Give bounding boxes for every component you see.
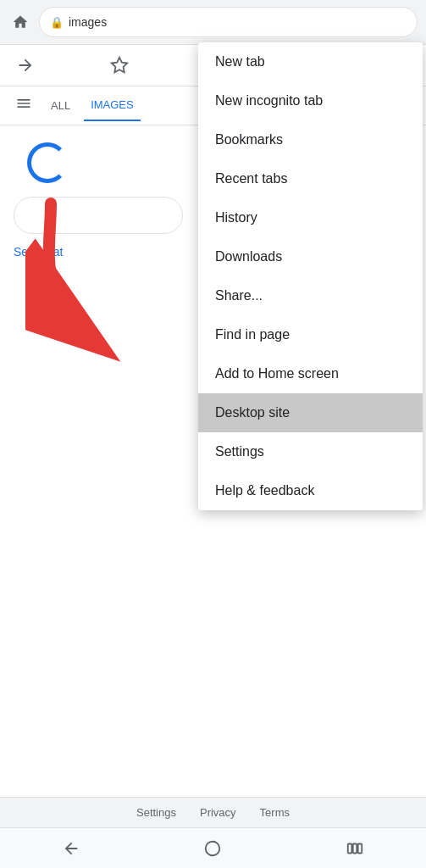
bookmark-button[interactable]: [104, 50, 135, 81]
google-logo-partial: [27, 142, 68, 183]
home-button[interactable]: [8, 10, 32, 34]
tab-all[interactable]: ALL: [44, 91, 77, 120]
svg-marker-0: [112, 58, 127, 72]
bottom-links: Settings Privacy Terms: [0, 797, 426, 827]
svg-point-5: [206, 841, 220, 855]
back-button[interactable]: [62, 839, 80, 858]
menu-desktop-site[interactable]: Desktop site: [198, 393, 423, 432]
menu-history[interactable]: History: [198, 198, 423, 237]
address-bar[interactable]: 🔒 images: [39, 7, 418, 37]
recent-apps-button[interactable]: [346, 839, 364, 858]
dropdown-menu: New tab New incognito tab Bookmarks Rece…: [198, 42, 423, 510]
menu-settings[interactable]: Settings: [198, 432, 423, 471]
menu-help-feedback[interactable]: Help & feedback: [198, 471, 423, 510]
forward-button[interactable]: [10, 50, 41, 81]
svg-rect-8: [358, 843, 362, 853]
menu-add-to-home[interactable]: Add to Home screen: [198, 354, 423, 393]
menu-find-in-page[interactable]: Find in page: [198, 315, 423, 354]
menu-downloads[interactable]: Downloads: [198, 237, 423, 276]
privacy-link[interactable]: Privacy: [200, 806, 236, 819]
tab-images[interactable]: IMAGES: [84, 90, 141, 121]
lock-icon: 🔒: [50, 16, 64, 29]
menu-recent-tabs[interactable]: Recent tabs: [198, 159, 423, 198]
settings-link[interactable]: Settings: [136, 806, 176, 819]
menu-share[interactable]: Share...: [198, 276, 423, 315]
hamburger-menu[interactable]: [10, 86, 37, 125]
svg-rect-7: [353, 843, 357, 853]
menu-new-incognito-tab[interactable]: New incognito tab: [198, 81, 423, 120]
home-nav-button[interactable]: [203, 839, 222, 858]
nav-bar: [0, 827, 426, 868]
menu-bookmarks[interactable]: Bookmarks: [198, 120, 423, 159]
terms-link[interactable]: Terms: [260, 806, 290, 819]
browser-chrome: 🔒 images: [0, 0, 426, 45]
red-arrow: [25, 186, 161, 368]
address-text: images: [69, 15, 107, 29]
menu-new-tab[interactable]: New tab: [198, 42, 423, 81]
svg-rect-6: [348, 843, 352, 853]
